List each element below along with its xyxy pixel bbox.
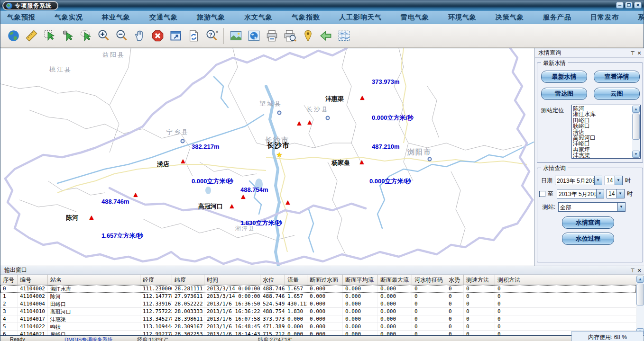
select-lasso-icon[interactable]: [76, 27, 94, 45]
triangle-marker[interactable]: ▲: [180, 157, 187, 164]
water-query-button[interactable]: 水情查询: [562, 216, 614, 229]
menu-item-9[interactable]: 雷电气象: [394, 13, 436, 22]
measure-ruler-icon[interactable]: [22, 27, 40, 45]
circle-marker[interactable]: [181, 139, 185, 144]
table-row[interactable]: 241104004田峪口112.33916728.0522222013/1/6 …: [0, 300, 636, 308]
menu-item-2[interactable]: 气象实况: [48, 13, 90, 22]
list-item[interactable]: 沣峪口: [573, 141, 632, 146]
chevron-down-icon[interactable]: [615, 176, 622, 185]
chevron-down-icon[interactable]: [596, 189, 604, 198]
star-marker[interactable]: ★: [276, 151, 282, 158]
menu-item-5[interactable]: 旅游气象: [190, 13, 232, 22]
panel-button-2[interactable]: 查看详情: [594, 71, 640, 83]
hour-to-combo[interactable]: 14: [607, 189, 625, 198]
menu-item-10[interactable]: 环境气象: [442, 13, 483, 22]
menu-item-6[interactable]: 水文气象: [238, 13, 279, 22]
triangle-marker[interactable]: ▲: [359, 94, 366, 101]
select-arrow-icon[interactable]: [58, 27, 76, 45]
table-row[interactable]: 141104002陈河112.14777827.9736112013/3/14 …: [0, 293, 636, 300]
date-to-combo[interactable]: 2013年 5月20日: [557, 189, 604, 198]
station-combo[interactable]: 全部: [558, 202, 626, 212]
column-header[interactable]: 断面过水面: [307, 275, 343, 285]
table-row[interactable]: 341104010高冠河口112.75722228.0033332013/1/6…: [0, 308, 636, 315]
triangle-marker[interactable]: ▲: [285, 198, 292, 206]
triangle-marker[interactable]: ▲: [132, 191, 139, 198]
minimize-button[interactable]: ─: [616, 2, 624, 9]
panel-button-4[interactable]: 云图: [594, 88, 640, 100]
triangle-marker[interactable]: ▲: [88, 214, 95, 221]
column-header[interactable]: 测积方法: [495, 275, 636, 285]
menu-item-14[interactable]: 系统管理: [631, 13, 644, 22]
zoom-out-icon[interactable]: [112, 27, 130, 45]
location-pin-icon[interactable]: [299, 27, 317, 45]
print-icon[interactable]: [263, 27, 281, 45]
triangle-marker[interactable]: ▲: [296, 119, 303, 126]
menu-item-13[interactable]: 日常发布: [584, 13, 626, 22]
zoom-in-icon[interactable]: [94, 27, 112, 45]
pin-icon[interactable]: ⊤: [629, 267, 636, 274]
table-header[interactable]: 序号编号站名经度纬度时间水位流量断面过水面断面平均流断面最大流河水特征码水势测速…: [0, 275, 636, 285]
scroll-up-icon[interactable]: ▲: [632, 106, 640, 113]
date-combo[interactable]: 2013年 5月20日: [555, 176, 602, 185]
zoom-window-icon[interactable]: [166, 27, 184, 45]
column-header[interactable]: 断面最大流: [378, 275, 412, 285]
earth-icon[interactable]: [4, 27, 22, 45]
column-header[interactable]: 时间: [204, 275, 260, 285]
panel-close-icon[interactable]: ✕: [636, 50, 643, 56]
menu-item-8[interactable]: 人工影响天气: [332, 13, 388, 22]
circle-marker[interactable]: [277, 111, 282, 115]
pin-icon[interactable]: ⊤: [629, 50, 636, 56]
select-features-icon[interactable]: [40, 27, 58, 45]
list-item[interactable]: 湘江水库: [573, 111, 632, 117]
restore-button[interactable]: ❐: [625, 2, 633, 9]
column-header[interactable]: 河水特征码: [412, 275, 446, 285]
pan-hand-icon[interactable]: [130, 27, 148, 45]
to-checkbox[interactable]: [539, 191, 545, 197]
column-header[interactable]: 站名: [48, 275, 140, 285]
column-header[interactable]: 纬度: [172, 275, 204, 285]
close-button[interactable]: ✕: [634, 2, 642, 9]
menu-item-7[interactable]: 气象指数: [285, 13, 327, 22]
scroll-thumb[interactable]: [636, 284, 644, 305]
column-header[interactable]: 编号: [18, 275, 48, 285]
table-row[interactable]: 041104002湘江水库111.23000028.2811112013/3/1…: [0, 285, 636, 293]
scroll-down-icon[interactable]: ▼: [632, 151, 640, 158]
menu-item-4[interactable]: 交通气象: [143, 13, 184, 22]
menu-item-3[interactable]: 林业气象: [95, 13, 137, 22]
column-header[interactable]: 水位: [260, 275, 285, 285]
chevron-down-icon[interactable]: [617, 203, 625, 211]
column-header[interactable]: 序号: [0, 275, 18, 285]
triangle-marker[interactable]: ▲: [359, 158, 366, 165]
listbox-scrollbar[interactable]: ▲ ▼: [632, 106, 640, 158]
column-header[interactable]: 水势: [446, 275, 464, 285]
menu-item-11[interactable]: 决策气象: [489, 13, 531, 22]
column-header[interactable]: 流量: [285, 275, 307, 285]
globe-view-icon[interactable]: [245, 27, 263, 45]
chevron-down-icon[interactable]: [616, 189, 624, 198]
image-icon[interactable]: [227, 27, 245, 45]
table-row[interactable]: 441104017沣惠渠113.34527828.3986112013/1/6 …: [0, 315, 636, 323]
output-close-icon[interactable]: ✕: [636, 267, 643, 274]
circle-marker[interactable]: [428, 157, 432, 162]
scroll-thumb[interactable]: [632, 114, 640, 140]
print-preview-icon[interactable]: [281, 27, 299, 45]
table-row[interactable]: 541104022鸣犊113.10944428.3091672013/1/6 1…: [0, 323, 636, 331]
list-item[interactable]: 耿峪口: [573, 123, 632, 129]
identify-help-icon[interactable]: ?±: [202, 27, 221, 45]
column-header[interactable]: 测速方法: [464, 275, 495, 285]
menu-item-12[interactable]: 服务产品: [536, 13, 578, 22]
scroll-up-icon[interactable]: ▲: [636, 276, 644, 283]
water-level-process-button[interactable]: 水位过程: [562, 233, 614, 245]
panel-button-3[interactable]: 雷达图: [541, 88, 587, 100]
circle-marker[interactable]: [326, 116, 330, 120]
chevron-down-icon[interactable]: [594, 176, 602, 185]
stop-icon[interactable]: [148, 27, 166, 45]
map-grid-icon[interactable]: [335, 27, 353, 45]
triangle-marker[interactable]: ▲: [240, 193, 247, 200]
triangle-marker[interactable]: ▲: [306, 118, 313, 126]
station-listbox[interactable]: ▲ ▼ 陈河湘江水库田峪口耿峪口涝店高冠河口沣峪口冉家坪沣惠渠: [571, 105, 641, 159]
triangle-marker[interactable]: ▲: [229, 202, 236, 209]
menu-item-1[interactable]: 气象预报: [0, 13, 42, 22]
column-header[interactable]: 经度: [140, 275, 172, 285]
table-scrollbar[interactable]: ▲ ▼: [636, 276, 644, 335]
